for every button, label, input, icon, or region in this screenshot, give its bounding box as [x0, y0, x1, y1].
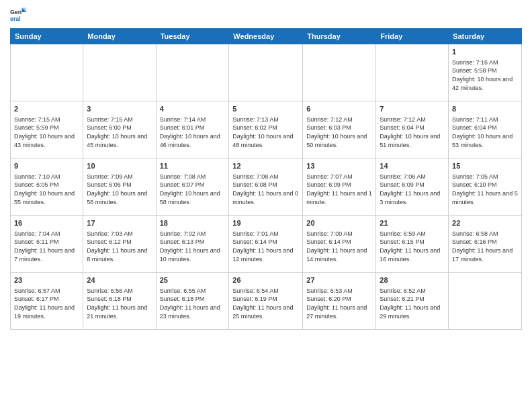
calendar-cell: 18Sunrise: 7:02 AM Sunset: 6:13 PM Dayli… [156, 216, 229, 273]
logo: Gen eral [10, 7, 29, 23]
day-info: Sunrise: 7:12 AM Sunset: 6:04 PM Dayligh… [380, 116, 445, 149]
header: Gen eral [10, 7, 522, 23]
day-info: Sunrise: 7:13 AM Sunset: 6:02 PM Dayligh… [232, 116, 299, 149]
calendar-cell: 27Sunrise: 6:53 AM Sunset: 6:20 PM Dayli… [303, 273, 376, 330]
calendar-cell: 13Sunrise: 7:07 AM Sunset: 6:09 PM Dayli… [303, 158, 376, 216]
calendar-week-0: 1Sunrise: 7:16 AM Sunset: 5:58 PM Daylig… [11, 44, 522, 101]
day-number: 3 [87, 104, 152, 114]
day-info: Sunrise: 7:15 AM Sunset: 5:59 PM Dayligh… [14, 116, 79, 149]
day-info: Sunrise: 7:12 AM Sunset: 6:03 PM Dayligh… [306, 116, 372, 149]
weekday-tuesday: Tuesday [156, 29, 229, 44]
day-number: 10 [87, 161, 152, 171]
calendar-cell: 11Sunrise: 7:08 AM Sunset: 6:07 PM Dayli… [156, 158, 229, 216]
weekday-friday: Friday [376, 29, 449, 44]
day-info: Sunrise: 6:55 AM Sunset: 6:18 PM Dayligh… [160, 287, 226, 320]
calendar-cell [303, 44, 376, 101]
calendar-week-3: 16Sunrise: 7:04 AM Sunset: 6:11 PM Dayli… [11, 216, 522, 273]
calendar-cell: 25Sunrise: 6:55 AM Sunset: 6:18 PM Dayli… [156, 273, 229, 330]
day-number: 13 [306, 161, 372, 171]
calendar-cell: 15Sunrise: 7:05 AM Sunset: 6:10 PM Dayli… [449, 158, 522, 216]
calendar-cell: 5Sunrise: 7:13 AM Sunset: 6:02 PM Daylig… [229, 101, 303, 158]
day-number: 6 [306, 104, 372, 114]
day-number: 9 [14, 161, 79, 171]
day-info: Sunrise: 7:07 AM Sunset: 6:09 PM Dayligh… [306, 173, 372, 206]
day-number: 8 [452, 104, 518, 114]
day-info: Sunrise: 7:08 AM Sunset: 6:08 PM Dayligh… [232, 173, 299, 206]
weekday-thursday: Thursday [303, 29, 376, 44]
day-info: Sunrise: 7:02 AM Sunset: 6:13 PM Dayligh… [160, 230, 226, 263]
day-info: Sunrise: 6:54 AM Sunset: 6:19 PM Dayligh… [232, 287, 299, 320]
day-number: 2 [14, 104, 79, 114]
weekday-monday: Monday [83, 29, 156, 44]
calendar-cell: 21Sunrise: 6:59 AM Sunset: 6:15 PM Dayli… [376, 216, 449, 273]
calendar-cell: 20Sunrise: 7:00 AM Sunset: 6:14 PM Dayli… [303, 216, 376, 273]
day-info: Sunrise: 7:09 AM Sunset: 6:06 PM Dayligh… [87, 173, 152, 206]
day-number: 7 [380, 104, 445, 114]
calendar-cell: 19Sunrise: 7:01 AM Sunset: 6:14 PM Dayli… [229, 216, 303, 273]
day-info: Sunrise: 7:00 AM Sunset: 6:14 PM Dayligh… [306, 230, 372, 263]
weekday-sunday: Sunday [11, 29, 83, 44]
calendar-cell: 16Sunrise: 7:04 AM Sunset: 6:11 PM Dayli… [11, 216, 83, 273]
calendar-cell: 7Sunrise: 7:12 AM Sunset: 6:04 PM Daylig… [376, 101, 449, 158]
day-info: Sunrise: 6:59 AM Sunset: 6:15 PM Dayligh… [380, 230, 445, 263]
day-number: 26 [232, 275, 299, 285]
day-info: Sunrise: 7:14 AM Sunset: 6:01 PM Dayligh… [160, 116, 226, 149]
page: Gen eral SundayMondayTuesdayWednesdayThu… [0, 0, 532, 411]
calendar-cell: 17Sunrise: 7:03 AM Sunset: 6:12 PM Dayli… [83, 216, 156, 273]
day-info: Sunrise: 7:06 AM Sunset: 6:09 PM Dayligh… [380, 173, 445, 206]
day-number: 12 [232, 161, 299, 171]
day-info: Sunrise: 6:58 AM Sunset: 6:16 PM Dayligh… [452, 230, 518, 263]
svg-text:eral: eral [10, 15, 21, 22]
calendar-cell [11, 44, 83, 101]
day-number: 16 [14, 218, 79, 228]
svg-text:Gen: Gen [10, 9, 21, 15]
calendar-cell [449, 273, 522, 330]
calendar-cell: 2Sunrise: 7:15 AM Sunset: 5:59 PM Daylig… [11, 101, 83, 158]
day-number: 28 [380, 275, 445, 285]
calendar-cell: 26Sunrise: 6:54 AM Sunset: 6:19 PM Dayli… [229, 273, 303, 330]
calendar-cell: 28Sunrise: 6:52 AM Sunset: 6:21 PM Dayli… [376, 273, 449, 330]
day-number: 25 [160, 275, 226, 285]
day-info: Sunrise: 7:05 AM Sunset: 6:10 PM Dayligh… [452, 173, 518, 206]
calendar-cell: 12Sunrise: 7:08 AM Sunset: 6:08 PM Dayli… [229, 158, 303, 216]
day-number: 19 [232, 218, 299, 228]
calendar-cell: 1Sunrise: 7:16 AM Sunset: 5:58 PM Daylig… [449, 44, 522, 101]
day-number: 15 [452, 161, 518, 171]
day-number: 27 [306, 275, 372, 285]
weekday-header-row: SundayMondayTuesdayWednesdayThursdayFrid… [11, 29, 522, 44]
calendar-week-2: 9Sunrise: 7:10 AM Sunset: 6:05 PM Daylig… [11, 158, 522, 216]
logo-icon: Gen eral [10, 7, 26, 23]
calendar-cell: 4Sunrise: 7:14 AM Sunset: 6:01 PM Daylig… [156, 101, 229, 158]
day-info: Sunrise: 7:11 AM Sunset: 6:04 PM Dayligh… [452, 116, 518, 149]
day-info: Sunrise: 6:53 AM Sunset: 6:20 PM Dayligh… [306, 287, 372, 320]
day-number: 4 [160, 104, 226, 114]
day-info: Sunrise: 7:16 AM Sunset: 5:58 PM Dayligh… [452, 58, 518, 92]
day-number: 5 [232, 104, 299, 114]
calendar-cell: 8Sunrise: 7:11 AM Sunset: 6:04 PM Daylig… [449, 101, 522, 158]
day-number: 17 [87, 218, 152, 228]
day-info: Sunrise: 7:04 AM Sunset: 6:11 PM Dayligh… [14, 230, 79, 263]
day-info: Sunrise: 7:08 AM Sunset: 6:07 PM Dayligh… [160, 173, 226, 206]
day-number: 1 [452, 47, 518, 57]
day-number: 21 [380, 218, 445, 228]
calendar-cell [229, 44, 303, 101]
calendar-cell: 3Sunrise: 7:15 AM Sunset: 6:00 PM Daylig… [83, 101, 156, 158]
day-number: 14 [380, 161, 445, 171]
calendar-cell: 6Sunrise: 7:12 AM Sunset: 6:03 PM Daylig… [303, 101, 376, 158]
day-number: 24 [87, 275, 152, 285]
day-info: Sunrise: 6:56 AM Sunset: 6:18 PM Dayligh… [87, 287, 152, 320]
weekday-saturday: Saturday [449, 29, 522, 44]
day-info: Sunrise: 7:03 AM Sunset: 6:12 PM Dayligh… [87, 230, 152, 263]
day-info: Sunrise: 7:10 AM Sunset: 6:05 PM Dayligh… [14, 173, 79, 206]
calendar-cell: 23Sunrise: 6:57 AM Sunset: 6:17 PM Dayli… [11, 273, 83, 330]
day-info: Sunrise: 6:52 AM Sunset: 6:21 PM Dayligh… [380, 287, 445, 320]
calendar-cell: 9Sunrise: 7:10 AM Sunset: 6:05 PM Daylig… [11, 158, 83, 216]
calendar-table: SundayMondayTuesdayWednesdayThursdayFrid… [10, 28, 522, 330]
day-number: 22 [452, 218, 518, 228]
calendar-cell: 24Sunrise: 6:56 AM Sunset: 6:18 PM Dayli… [83, 273, 156, 330]
calendar-cell [156, 44, 229, 101]
day-number: 23 [14, 275, 79, 285]
day-number: 18 [160, 218, 226, 228]
day-info: Sunrise: 7:15 AM Sunset: 6:00 PM Dayligh… [87, 116, 152, 149]
calendar-cell [83, 44, 156, 101]
